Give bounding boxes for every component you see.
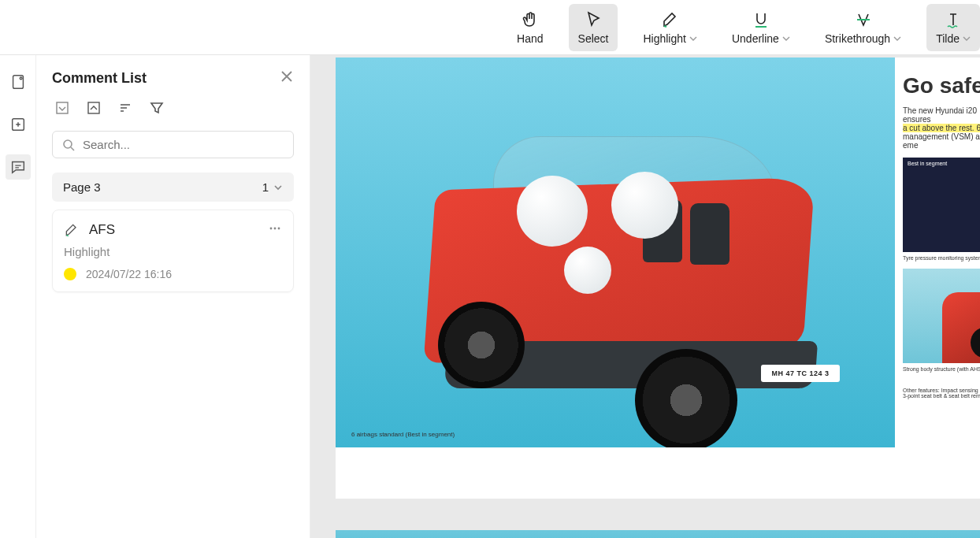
underline-icon	[752, 10, 770, 29]
comment-author: AFS	[89, 222, 258, 238]
page-text-column: Go safe. The new Hyundai i20 ensures a c…	[895, 58, 980, 499]
comment-list-panel: Comment List Page 3 1 AFS	[36, 55, 310, 538]
hand-icon	[521, 10, 540, 29]
search-icon	[62, 139, 75, 151]
comment-type: Highlight	[64, 245, 282, 258]
document-viewport[interactable]: MH 47 TC 124 3 6 airbags standard (Best …	[310, 55, 980, 538]
svg-point-8	[278, 228, 280, 230]
other-features-2: 3-point seat belt & seat belt remi	[903, 393, 980, 399]
body-line-1: The new Hyundai i20 ensures	[903, 106, 980, 124]
main-layout: Comment List Page 3 1 AFS	[0, 55, 980, 538]
panel-header: Comment List	[52, 69, 294, 87]
comment-top: AFS	[64, 221, 282, 239]
comment-color-swatch	[64, 268, 76, 280]
cursor-icon	[584, 10, 603, 29]
close-icon	[280, 69, 294, 83]
search-box[interactable]	[52, 131, 294, 158]
page-hero-image: MH 47 TC 124 3 6 airbags standard (Best …	[336, 58, 895, 447]
expand-all-button[interactable]	[55, 101, 69, 118]
left-icon-rail	[0, 55, 36, 538]
group-count-value: 1	[262, 180, 269, 194]
select-tool-button[interactable]: Select	[569, 4, 618, 51]
highlight-text: Highlight	[643, 32, 685, 45]
bookmark-rail-button[interactable]	[6, 69, 31, 95]
chevron-down-icon	[273, 183, 283, 192]
strikethrough-icon	[854, 10, 873, 29]
svg-rect-4	[88, 102, 99, 113]
hand-tool-button[interactable]: Hand	[507, 4, 552, 51]
hand-label: Hand	[517, 32, 543, 45]
strikethrough-text: Strikethrough	[825, 32, 890, 45]
page-group-header[interactable]: Page 3 1	[52, 173, 294, 202]
highlight-type-icon	[64, 222, 80, 238]
search-input[interactable]	[83, 138, 284, 151]
body-line-3: management (VSM) and eme	[903, 132, 980, 150]
thumb-body-structure	[903, 269, 980, 363]
strikethrough-tool-button[interactable]: Strikethrough	[815, 4, 911, 51]
body-line-2: a cut above the rest. 6 airbag	[903, 124, 980, 132]
svg-point-6	[270, 228, 273, 230]
car-graphic: MH 47 TC 124 3	[399, 113, 840, 428]
tilde-text: Tilde	[936, 32, 960, 45]
caption-2: Strong body structure (with AHSS an	[903, 366, 980, 372]
tilde-label: Tilde	[936, 32, 971, 45]
comment-footer: 2024/07/22 16:16	[64, 268, 282, 280]
thumb-tpms: Best in segment	[903, 158, 980, 252]
comment-card[interactable]: AFS Highlight 2024/07/22 16:16	[52, 210, 294, 292]
pdf-page-4-partial[interactable]	[336, 530, 980, 538]
more-icon	[268, 221, 282, 236]
underline-label: Underline	[732, 32, 790, 45]
chevron-down-icon	[689, 35, 697, 43]
underline-text: Underline	[732, 32, 779, 45]
close-panel-button[interactable]	[280, 69, 294, 87]
tilde-icon	[944, 10, 963, 29]
comment-menu-button[interactable]	[268, 221, 282, 239]
chevron-down-icon	[782, 35, 790, 43]
chevron-down-icon	[893, 35, 901, 43]
thumb-label: Best in segment	[908, 161, 947, 166]
sort-button[interactable]	[118, 101, 132, 118]
highlight-tool-button[interactable]: Highlight	[633, 4, 706, 51]
page-headline: Go safe.	[903, 73, 980, 98]
tilde-tool-button[interactable]: Tilde	[926, 4, 980, 51]
chevron-down-icon	[963, 35, 971, 43]
other-features-1: Other features: Impact sensing a	[903, 388, 980, 393]
caption-1: Tyre pressure monitoring system (hig	[903, 255, 980, 261]
highlight-label: Highlight	[643, 32, 696, 45]
hero-caption: 6 airbags standard (Best in segment)	[351, 431, 455, 438]
svg-rect-3	[57, 102, 68, 113]
panel-title: Comment List	[52, 70, 147, 87]
collapse-all-button[interactable]	[87, 101, 101, 118]
comment-timestamp: 2024/07/22 16:16	[86, 268, 172, 280]
svg-point-5	[64, 140, 72, 148]
strikethrough-label: Strikethrough	[825, 32, 901, 45]
svg-point-7	[274, 228, 277, 230]
svg-point-1	[20, 77, 22, 80]
annotation-toolbar: Hand Select Highlight Underline Striketh…	[0, 0, 980, 55]
highlight-icon	[661, 10, 680, 29]
group-label: Page 3	[63, 180, 101, 194]
add-rail-button[interactable]	[6, 112, 31, 137]
comments-rail-button[interactable]	[6, 154, 31, 180]
panel-actions	[52, 101, 294, 118]
license-plate: MH 47 TC 124 3	[761, 365, 840, 382]
highlighted-text: a cut above the rest. 6 airbag	[903, 124, 980, 132]
group-count: 1	[262, 180, 283, 194]
pdf-page-3[interactable]: MH 47 TC 124 3 6 airbags standard (Best …	[336, 58, 980, 499]
underline-tool-button[interactable]: Underline	[722, 4, 800, 51]
filter-button[interactable]	[150, 101, 164, 118]
select-label: Select	[578, 32, 609, 45]
